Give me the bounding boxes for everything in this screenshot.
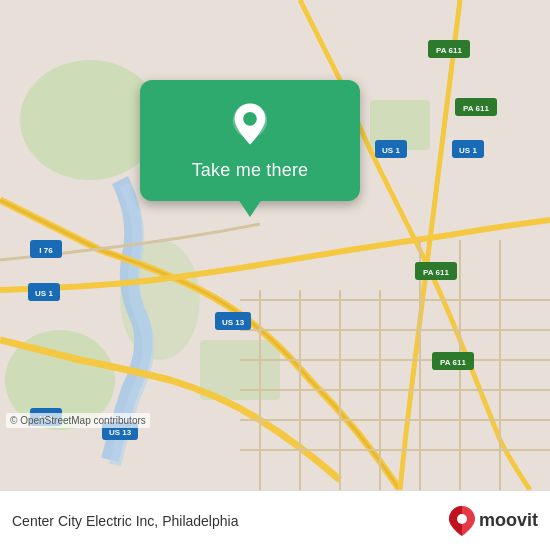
svg-point-43 xyxy=(457,514,467,524)
svg-point-42 xyxy=(243,112,257,126)
location-pin-icon xyxy=(226,100,274,148)
location-info-text: Center City Electric Inc, Philadelphia xyxy=(12,513,238,529)
moovit-brand-text: moovit xyxy=(479,510,538,531)
svg-text:PA 611: PA 611 xyxy=(423,268,449,277)
map-container[interactable]: I 76 I 76 US 1 US 1 US 1 US 13 US 13 PA … xyxy=(0,0,550,490)
svg-point-1 xyxy=(20,60,160,180)
moovit-logo: moovit xyxy=(449,506,538,536)
svg-text:US 1: US 1 xyxy=(382,146,400,155)
svg-text:PA 611: PA 611 xyxy=(440,358,466,367)
svg-text:I 76: I 76 xyxy=(39,246,53,255)
svg-text:US 13: US 13 xyxy=(109,428,132,437)
svg-text:US 13: US 13 xyxy=(222,318,245,327)
moovit-pin-icon xyxy=(449,506,475,536)
svg-text:PA 611: PA 611 xyxy=(463,104,489,113)
svg-text:US 1: US 1 xyxy=(459,146,477,155)
svg-text:US 1: US 1 xyxy=(35,289,53,298)
info-bar: Center City Electric Inc, Philadelphia m… xyxy=(0,490,550,550)
svg-text:PA 611: PA 611 xyxy=(436,46,462,55)
location-popup[interactable]: Take me there xyxy=(140,80,360,201)
osm-attribution: © OpenStreetMap contributors xyxy=(6,413,150,428)
take-me-there-button[interactable]: Take me there xyxy=(184,156,317,185)
